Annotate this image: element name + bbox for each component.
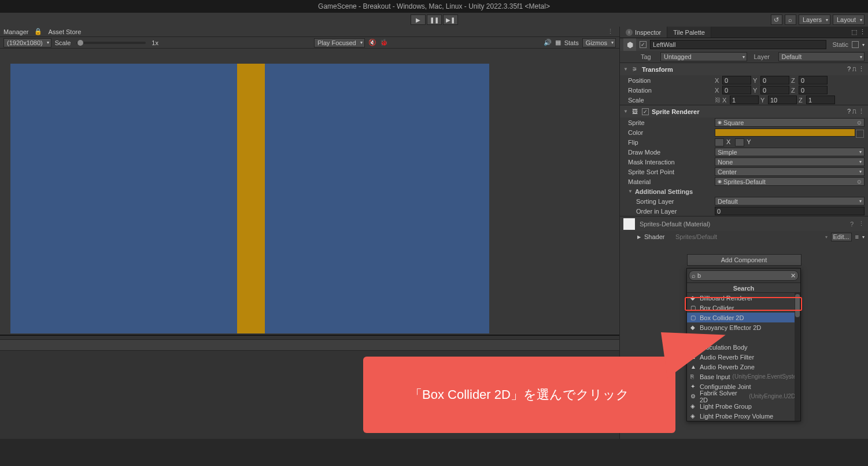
title-text: GameScene - Breakout - Windows, Mac, Lin… <box>318 2 550 10</box>
enabled-checkbox[interactable] <box>642 108 649 115</box>
undo-history-icon[interactable]: ↺ <box>771 14 782 25</box>
panel-menu-icon[interactable]: ⋮ <box>859 28 866 36</box>
scale-y-field[interactable]: 10 <box>768 96 797 104</box>
component-label: Box Collider 2D <box>700 314 744 321</box>
add-component-button[interactable]: Add Component <box>687 254 801 266</box>
component-search-input[interactable]: ⌕ b ✕ <box>689 270 799 281</box>
drawmode-label: Draw Mode <box>628 149 715 156</box>
material-field[interactable]: Sprites-Default <box>715 177 865 186</box>
component-item[interactable]: ⎘Base Input(UnityEngine.EventSyste <box>687 372 800 381</box>
bug-icon[interactable]: 🐞 <box>380 39 388 46</box>
rot-z-field[interactable]: 0 <box>799 86 828 94</box>
gameobject-icon[interactable]: ⬢ <box>623 38 636 51</box>
tab-inspector[interactable]: i Inspector <box>620 27 667 38</box>
play-focused-dropdown[interactable]: Play Focused <box>314 38 365 47</box>
active-checkbox[interactable] <box>640 41 647 48</box>
flip-y-checkbox[interactable] <box>735 138 744 146</box>
scale-z-field[interactable]: 1 <box>806 96 835 104</box>
component-item[interactable]: ◈Light Probe Proxy Volume <box>687 411 800 421</box>
annotation-callout: 「Box Collider 2D」を選んでクリック <box>363 357 675 433</box>
pos-y-field[interactable]: 0 <box>760 76 789 85</box>
foldout-icon[interactable]: ▼ <box>628 189 633 194</box>
layout-dropdown[interactable]: Layout <box>833 14 865 25</box>
help-icon[interactable]: ? <box>847 65 851 73</box>
component-icon: ◈ <box>690 413 697 419</box>
scrollbar[interactable] <box>795 293 800 421</box>
sprite-renderer-header[interactable]: ▼ 🖼 Sprite Renderer ?⎍⋮ <box>620 105 868 118</box>
component-item[interactable]: ◆Billboard Renderer <box>687 293 800 303</box>
flip-x-checkbox[interactable] <box>715 138 724 146</box>
order-field[interactable]: 0 <box>715 207 865 215</box>
sortpoint-dropdown[interactable]: Center <box>715 167 865 176</box>
rot-y-field[interactable]: 0 <box>760 86 789 94</box>
grid-icon[interactable]: ▦ <box>555 39 561 46</box>
drawmode-dropdown[interactable]: Simple <box>715 148 865 156</box>
color-label: Color <box>628 129 715 136</box>
asset-store-tab[interactable]: Asset Store <box>48 28 81 35</box>
material-label: Material <box>628 178 715 185</box>
menu-icon[interactable]: ⋮ <box>858 108 865 115</box>
component-item[interactable]: ◈Light Probe Group <box>687 401 800 411</box>
pos-z-field[interactable]: 0 <box>799 76 828 85</box>
component-label: Box Collider <box>700 304 734 311</box>
clear-icon[interactable]: ✕ <box>791 272 796 280</box>
sortpoint-label: Sprite Sort Point <box>628 168 715 175</box>
tag-dropdown[interactable]: Untagged <box>660 52 747 61</box>
help-icon[interactable]: ? <box>847 108 851 115</box>
transform-header[interactable]: ▼ ⚞ Transform ?⎍⋮ <box>620 63 868 75</box>
component-label: Base Input <box>700 373 730 380</box>
static-dropdown-icon[interactable]: ▾ <box>862 42 865 47</box>
layer-dropdown[interactable]: Default <box>778 52 865 61</box>
foldout-icon[interactable]: ▼ <box>623 109 628 114</box>
rotation-label: Rotation <box>628 87 715 94</box>
foldout-icon[interactable]: ▶ <box>637 234 641 240</box>
color-field[interactable] <box>715 129 855 137</box>
play-controls: ▶ ❚❚ ▶❚ <box>411 14 458 25</box>
rot-x-field[interactable]: 0 <box>722 86 751 94</box>
sprite-field[interactable]: Square <box>715 118 865 127</box>
component-item[interactable]: ▢Box Collider 2D <box>687 313 800 322</box>
flip-label: Flip <box>628 139 715 146</box>
menu-icon[interactable]: ⋮ <box>858 65 865 73</box>
sortlayer-dropdown[interactable]: Default <box>715 197 865 206</box>
play-button[interactable]: ▶ <box>411 14 426 25</box>
pause-button[interactable]: ❚❚ <box>427 14 442 25</box>
help-icon[interactable]: ? <box>850 221 854 228</box>
stats-button[interactable]: Stats <box>564 39 579 46</box>
order-label: Order in Layer <box>628 208 715 215</box>
component-icon: ▢ <box>690 304 697 311</box>
material-header[interactable]: Sprites-Default (Material) ? ⋮ <box>620 216 868 231</box>
mask-dropdown[interactable]: None <box>715 157 865 166</box>
component-item[interactable]: ⚙Fabrik Solver 2D(UnityEngine.U2D. <box>687 391 800 401</box>
tag-layer-row: Tag Untagged Layer Default <box>620 51 868 63</box>
resolution-dropdown[interactable]: (1920x1080) <box>3 38 51 47</box>
pos-x-field[interactable]: 0 <box>722 76 751 85</box>
preset-icon[interactable]: ⎍ <box>852 65 856 73</box>
step-button[interactable]: ▶❚ <box>443 14 458 25</box>
component-item[interactable]: ▢Box Collider <box>687 303 800 313</box>
edit-button[interactable]: Edit... <box>831 233 852 241</box>
list-icon[interactable]: ≡ <box>855 233 859 240</box>
layers-dropdown[interactable]: Layers <box>799 14 830 25</box>
preset-icon[interactable]: ⎍ <box>852 108 856 115</box>
static-label: Static <box>832 41 848 48</box>
scale-x-field[interactable]: 1 <box>730 96 759 104</box>
gameobject-name-field[interactable]: LeftWall <box>650 40 826 49</box>
mute-icon[interactable]: 🔇 <box>368 39 376 46</box>
constrain-icon[interactable]: ⛓ <box>715 97 721 103</box>
foldout-icon[interactable]: ▼ <box>623 67 628 72</box>
lock-icon[interactable]: ⬚ <box>851 28 857 36</box>
static-checkbox[interactable] <box>852 41 859 48</box>
audio-icon[interactable]: 🔊 <box>544 39 552 46</box>
panel-menu-icon[interactable]: ⋮ <box>605 28 616 35</box>
component-sublabel: (UnityEngine.EventSyste <box>733 373 797 380</box>
game-tab-bar: Manager 🔒 Asset Store ⋮ <box>0 27 619 37</box>
shader-label: Shader <box>644 233 672 240</box>
component-icon: ✦ <box>690 383 697 390</box>
tab-tile-palette[interactable]: Tile Palette <box>667 27 711 38</box>
scale-slider[interactable] <box>76 42 146 44</box>
gizmos-dropdown[interactable]: Gizmos <box>582 38 616 47</box>
gameobject-header: ⬢ LeftWall Static ▾ <box>620 38 868 51</box>
search-icon[interactable]: ⌕ <box>785 14 796 25</box>
menu-icon[interactable]: ⋮ <box>858 220 865 228</box>
